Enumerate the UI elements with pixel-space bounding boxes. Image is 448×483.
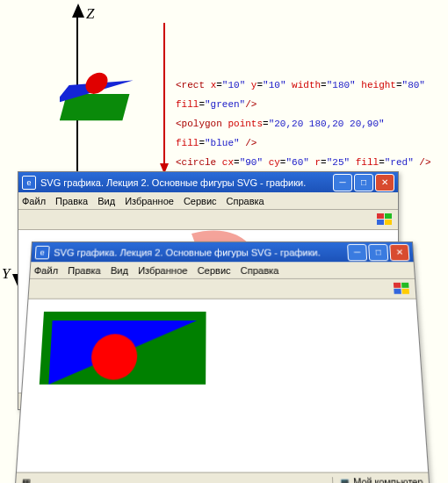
browser-window-front: e SVG графика. Лекция 2. Основные фигуры… xyxy=(15,242,429,483)
code-block: <rect x="10" y="10" width="180" height="… xyxy=(176,76,448,172)
svg-rect-8 xyxy=(401,283,409,288)
toolbar xyxy=(18,210,398,230)
svg-point-2 xyxy=(83,73,111,94)
svg-rect-4 xyxy=(385,213,392,219)
window-title: SVG графика. Лекция 2. Основные фигуры S… xyxy=(40,177,331,188)
rendered-svg xyxy=(30,303,215,394)
status-left-icon: ▦ xyxy=(21,477,31,483)
menu-view[interactable]: Вид xyxy=(111,265,129,276)
menu-tools[interactable]: Сервис xyxy=(198,265,231,276)
source-shapes xyxy=(60,47,156,143)
svg-rect-10 xyxy=(401,289,409,294)
svg-rect-5 xyxy=(377,220,384,225)
arrow-z-icon xyxy=(72,4,84,18)
code-line-polygon: <polygon points="20,20 180,20 20,90" fil… xyxy=(176,114,448,153)
svg-rect-7 xyxy=(394,283,401,288)
status-zone: 💻 Мой компьютер xyxy=(332,477,423,483)
ie-icon: e xyxy=(35,245,50,258)
axis-label-y: Y xyxy=(2,265,10,283)
minimize-button[interactable]: ─ xyxy=(333,174,352,191)
menu-help[interactable]: Справка xyxy=(227,196,264,206)
menu-view[interactable]: Вид xyxy=(98,196,115,206)
menu-file[interactable]: Файл xyxy=(22,196,46,206)
menu-bar: Файл Правка Вид Избранное Сервис Справка xyxy=(30,262,415,279)
toolbar xyxy=(28,279,415,299)
red-arrow-down-icon xyxy=(163,23,165,172)
titlebar[interactable]: e SVG графика. Лекция 2. Основные фигуры… xyxy=(18,172,398,192)
menu-tools[interactable]: Сервис xyxy=(184,196,217,206)
axis-label-z: Z xyxy=(86,5,94,23)
diagram-stage: Z X Y <rect x="10" y="10" width="180" he… xyxy=(0,0,448,483)
close-button[interactable]: ✕ xyxy=(375,174,394,191)
ie-icon: e xyxy=(22,176,36,190)
svg-rect-6 xyxy=(385,220,392,225)
svg-rect-3 xyxy=(377,213,384,219)
menu-edit[interactable]: Правка xyxy=(55,196,88,206)
windows-flag-icon xyxy=(394,283,410,295)
maximize-button[interactable]: □ xyxy=(354,174,373,191)
minimize-button[interactable]: ─ xyxy=(347,243,367,260)
maximize-button[interactable]: □ xyxy=(368,243,388,260)
windows-flag-icon xyxy=(377,213,393,226)
window-title: SVG графика. Лекция 2. Основные фигуры S… xyxy=(54,247,346,257)
close-button[interactable]: ✕ xyxy=(389,243,409,260)
svg-rect-9 xyxy=(394,289,401,294)
menu-file[interactable]: Файл xyxy=(33,265,58,276)
code-line-circle: <circle cx="90" cy="60" r="25" fill="red… xyxy=(176,153,448,172)
menu-edit[interactable]: Правка xyxy=(68,265,101,276)
status-text: Мой компьютер xyxy=(353,477,423,483)
titlebar[interactable]: e SVG графика. Лекция 2. Основные фигуры… xyxy=(31,242,413,262)
menu-help[interactable]: Справка xyxy=(241,265,279,276)
menu-bar: Файл Правка Вид Избранное Сервис Справка xyxy=(18,192,398,210)
code-line-rect: <rect x="10" y="10" width="180" height="… xyxy=(176,76,448,114)
menu-favorites[interactable]: Избранное xyxy=(138,265,188,276)
status-bar: ▦ 💻 Мой компьютер xyxy=(16,472,430,483)
client-area xyxy=(17,299,428,473)
menu-favorites[interactable]: Избранное xyxy=(125,196,174,206)
